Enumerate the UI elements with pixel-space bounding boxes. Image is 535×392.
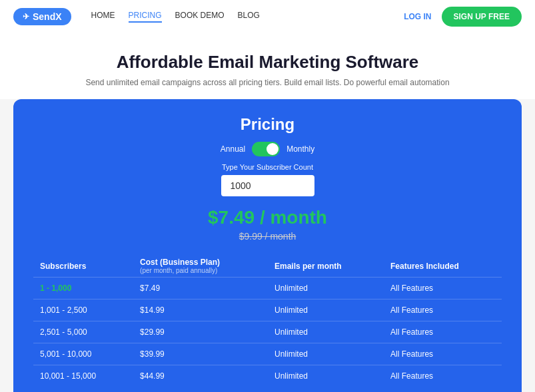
nav-home[interactable]: HOME (91, 11, 115, 23)
td-emails: Unlimited (268, 321, 384, 343)
td-features: All Features (384, 343, 502, 365)
subscriber-count-label: Type Your Subscriber Count (33, 163, 502, 171)
billing-toggle-row: Annual Monthly (33, 142, 502, 156)
col-emails: Emails per month (268, 254, 384, 278)
table-row: 10,001 - 15,000$44.99UnlimitedAll Featur… (33, 365, 502, 387)
pricing-title: Pricing (33, 115, 502, 134)
td-subscribers: 1 - 1,000 (33, 278, 133, 299)
nav-links: HOME PRICING BOOK DEMO BLOG (91, 11, 404, 23)
td-cost: $29.99 (133, 321, 268, 343)
col-features: Features Included (384, 254, 502, 278)
td-features: All Features (384, 278, 502, 299)
table-row: 5,001 - 10,000$39.99UnlimitedAll Feature… (33, 343, 502, 365)
price-main: $7.49 / month (208, 207, 327, 228)
td-emails: Unlimited (268, 278, 384, 299)
td-cost: $44.99 (133, 365, 268, 387)
signup-button[interactable]: SIGN UP FREE (442, 7, 522, 27)
td-emails: Unlimited (268, 365, 384, 387)
nav-actions: LOG IN SIGN UP FREE (404, 7, 522, 27)
page-header: Affordable Email Marketing Software Send… (0, 33, 535, 99)
nav-blog[interactable]: BLOG (238, 11, 260, 23)
td-emails: Unlimited (268, 343, 384, 365)
price-display: $7.49 / month (33, 207, 502, 228)
td-subscribers: 2,501 - 5,000 (33, 321, 133, 343)
table-row: 1,001 - 2,500$14.99UnlimitedAll Features (33, 299, 502, 321)
logo[interactable]: ✈ SendX (13, 8, 71, 25)
td-subscribers: 5,001 - 10,000 (33, 343, 133, 365)
logo-icon: ✈ (23, 12, 29, 21)
td-cost: $7.49 (133, 278, 268, 299)
billing-toggle[interactable] (252, 142, 280, 156)
td-features: All Features (384, 299, 502, 321)
table-row: 2,501 - 5,000$29.99UnlimitedAll Features (33, 321, 502, 343)
table-row: 1 - 1,000$7.49UnlimitedAll Features (33, 278, 502, 299)
td-features: All Features (384, 365, 502, 387)
page-subtitle: Send unlimited email campaigns across al… (13, 78, 522, 87)
td-cost: $39.99 (133, 343, 268, 365)
td-subscribers: 10,001 - 15,000 (33, 365, 133, 387)
annual-label: Annual (221, 144, 245, 154)
col-cost: Cost (Business Plan) (per month, paid an… (133, 254, 268, 278)
col-subscribers: Subscribers (33, 254, 133, 278)
navbar: ✈ SendX HOME PRICING BOOK DEMO BLOG LOG … (0, 0, 535, 33)
subscriber-input-wrap (33, 175, 502, 196)
login-button[interactable]: LOG IN (404, 12, 431, 21)
monthly-label: Monthly (286, 144, 314, 154)
td-emails: Unlimited (268, 299, 384, 321)
td-cost: $14.99 (133, 299, 268, 321)
td-features: All Features (384, 321, 502, 343)
price-original: $9.99 / month (33, 231, 502, 242)
subscriber-input[interactable] (221, 175, 314, 196)
td-subscribers: 1,001 - 2,500 (33, 299, 133, 321)
nav-book-demo[interactable]: BOOK DEMO (175, 11, 225, 23)
nav-pricing[interactable]: PRICING (129, 11, 162, 23)
pricing-card: Pricing Annual Monthly Type Your Subscri… (13, 99, 522, 392)
page-title: Affordable Email Marketing Software (13, 52, 522, 73)
pricing-table: Subscribers Cost (Business Plan) (per mo… (33, 254, 502, 387)
logo-text: SendX (33, 11, 62, 22)
